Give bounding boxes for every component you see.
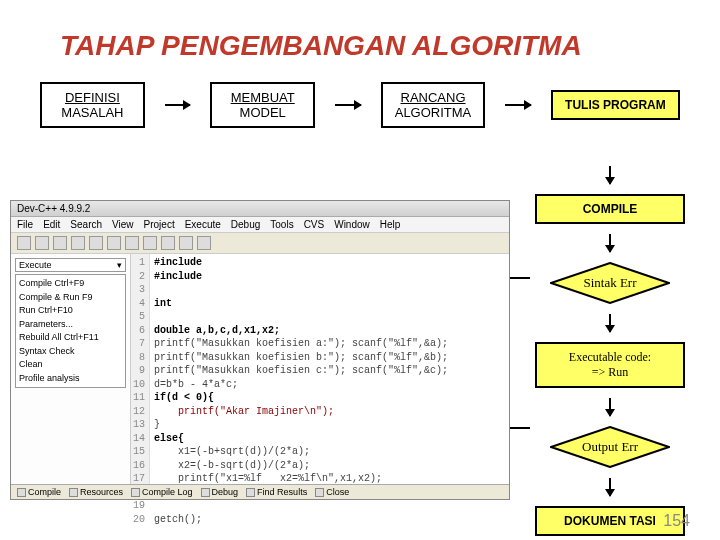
ide-menubar[interactable]: File Edit Search View Project Execute De… xyxy=(11,217,509,233)
menu-view[interactable]: View xyxy=(112,219,134,230)
definisi-line2: MASALAH xyxy=(50,105,135,120)
status-debug[interactable]: Debug xyxy=(201,487,239,497)
menu-search[interactable]: Search xyxy=(70,219,102,230)
menu-item-run[interactable]: Run Ctrl+F10 xyxy=(19,304,122,318)
status-compile[interactable]: Compile xyxy=(17,487,61,497)
menu-item-parameters[interactable]: Parameters... xyxy=(19,318,122,332)
execute-dropdown-header[interactable]: Execute▾ xyxy=(15,258,126,272)
menu-item-clean[interactable]: Clean xyxy=(19,358,122,372)
menu-item-profile[interactable]: Profile analysis xyxy=(19,372,122,386)
execute-dropdown-menu: Compile Ctrl+F9 Compile & Run F9 Run Ctr… xyxy=(15,274,126,388)
arrow-down-icon xyxy=(609,166,611,184)
step-definisi: DEFINISI MASALAH xyxy=(40,82,145,128)
arrow-down-icon xyxy=(609,478,611,496)
arrow-down-icon xyxy=(609,234,611,252)
toolbar-icon[interactable] xyxy=(53,236,67,250)
step-rancang-algoritma: RANCANG ALGORITMA xyxy=(381,82,486,128)
arrow-icon xyxy=(335,104,360,106)
step-membuat-model: MEMBUAT MODEL xyxy=(210,82,315,128)
decision-sintak-err: Sintak Err xyxy=(550,262,670,304)
toolbar-icon[interactable] xyxy=(161,236,175,250)
decision-output-err: Output Err xyxy=(550,426,670,468)
page-number: 154 xyxy=(663,512,690,530)
menu-tools[interactable]: Tools xyxy=(270,219,293,230)
step-executable-run: Executable code: => Run xyxy=(535,342,685,388)
status-find-results[interactable]: Find Results xyxy=(246,487,307,497)
menu-project[interactable]: Project xyxy=(144,219,175,230)
toolbar-icon[interactable] xyxy=(17,236,31,250)
toolbar-icon[interactable] xyxy=(143,236,157,250)
arrow-icon xyxy=(165,104,190,106)
menu-debug[interactable]: Debug xyxy=(231,219,260,230)
status-resources[interactable]: Resources xyxy=(69,487,123,497)
menu-help[interactable]: Help xyxy=(380,219,401,230)
menu-file[interactable]: File xyxy=(17,219,33,230)
menu-edit[interactable]: Edit xyxy=(43,219,60,230)
menu-execute[interactable]: Execute xyxy=(185,219,221,230)
toolbar-icon[interactable] xyxy=(179,236,193,250)
code-area[interactable]: #include #include int double a,b,c,d,x1,… xyxy=(150,254,452,484)
arrow-icon xyxy=(505,104,530,106)
line-gutter: 1234567891011121314151617181920 xyxy=(131,254,150,484)
ide-toolbar xyxy=(11,233,509,254)
step-compile: COMPILE xyxy=(535,194,685,224)
rancang-line2: ALGORITMA xyxy=(391,105,476,120)
step-tulis-program: TULIS PROGRAM xyxy=(551,90,680,120)
toolbar-icon[interactable] xyxy=(89,236,103,250)
ide-titlebar: Dev-C++ 4.9.9.2 xyxy=(11,201,509,217)
toolbar-icon[interactable] xyxy=(125,236,139,250)
slide-title: TAHAP PENGEMBANGAN ALGORITMA xyxy=(60,30,720,62)
toolbar-icon[interactable] xyxy=(107,236,121,250)
menu-cvs[interactable]: CVS xyxy=(304,219,325,230)
toolbar-icon[interactable] xyxy=(71,236,85,250)
menu-item-compile[interactable]: Compile Ctrl+F9 xyxy=(19,277,122,291)
ide-editor[interactable]: 1234567891011121314151617181920 #include… xyxy=(131,254,509,484)
ide-side-panel: Execute▾ Compile Ctrl+F9 Compile & Run F… xyxy=(11,254,131,484)
menu-window[interactable]: Window xyxy=(334,219,370,230)
ide-window: Dev-C++ 4.9.9.2 File Edit Search View Pr… xyxy=(10,200,510,500)
definisi-line1: DEFINISI xyxy=(50,90,135,105)
right-flow-column: COMPILE Sintak Err Executable code: => R… xyxy=(530,120,690,536)
chevron-down-icon: ▾ xyxy=(117,260,122,270)
status-close[interactable]: Close xyxy=(315,487,349,497)
status-compile-log[interactable]: Compile Log xyxy=(131,487,193,497)
menu-item-rebuild[interactable]: Rebuild All Ctrl+F11 xyxy=(19,331,122,345)
rancang-line1: RANCANG xyxy=(391,90,476,105)
menu-item-compile-run[interactable]: Compile & Run F9 xyxy=(19,291,122,305)
arrow-down-icon xyxy=(609,314,611,332)
toolbar-icon[interactable] xyxy=(35,236,49,250)
arrow-down-icon xyxy=(609,398,611,416)
toolbar-icon[interactable] xyxy=(197,236,211,250)
menu-item-syntax-check[interactable]: Syntax Check xyxy=(19,345,122,359)
membuat-line1: MEMBUAT xyxy=(220,90,305,105)
membuat-line2: MODEL xyxy=(220,105,305,120)
ide-status-tabs: Compile Resources Compile Log Debug Find… xyxy=(11,484,509,499)
